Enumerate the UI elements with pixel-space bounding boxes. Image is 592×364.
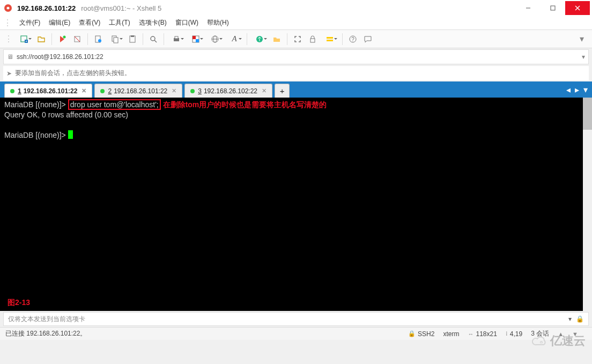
svg-point-9 (63, 35, 66, 38)
size-icon: ↔ (468, 331, 473, 337)
address-protocol-icon: 🖥 (7, 53, 13, 61)
cursor-icon: ⁞ (506, 330, 508, 337)
terminal-annotation: 在删除tom用户的时候也是需要将主机名写清楚的 (163, 100, 327, 109)
toolbar: ⋮ A ? ▾ (0, 30, 592, 48)
menu-edit[interactable]: 编辑(E) (45, 16, 75, 29)
title-bar: 192.168.26.101:22 root@vms001:~ - Xshell… (0, 0, 592, 16)
tab-next-icon[interactable]: ▸ (575, 85, 579, 95)
app-icon (3, 3, 13, 13)
terminal-prompt: MariaDB [(none)]> (4, 100, 66, 109)
print-button[interactable] (167, 32, 186, 46)
tab-label: 192.168.26.102:22 (204, 87, 257, 95)
svg-rect-21 (175, 36, 178, 39)
terminal-command: drop user tom@'localhost'; (68, 99, 161, 110)
paste-button[interactable] (125, 32, 139, 46)
highlight-button[interactable] (321, 32, 339, 46)
status-protocol: 🔒SSH2 (408, 330, 434, 338)
svg-rect-23 (193, 36, 196, 39)
menu-help[interactable]: 帮助(H) (203, 16, 233, 29)
address-url: ssh://root@192.168.26.101:22 (17, 53, 103, 61)
menu-file[interactable]: 文件(F) (15, 16, 45, 29)
watermark: ᰔ 亿速云 (532, 333, 586, 349)
send-placeholder: 仅将文本发送到当前选项卡 (8, 315, 85, 324)
new-session-button[interactable] (15, 32, 33, 46)
terminal-scrollbar[interactable] (583, 98, 592, 311)
tab-status-dot-icon (100, 89, 105, 93)
status-size: ↔118x21 (468, 330, 497, 338)
tab-prev-icon[interactable]: ◂ (566, 85, 571, 95)
window-title-secondary: root@vms001:~ - Xshell 5 (81, 4, 161, 12)
tab-list-icon[interactable]: ▾ (583, 85, 588, 95)
svg-text:ᰔ: ᰔ (539, 339, 544, 345)
toolbar-separator (143, 33, 143, 45)
svg-text:?: ? (351, 36, 354, 42)
svg-line-11 (75, 36, 80, 42)
menu-tabs[interactable]: 选项卡(B) (135, 16, 171, 29)
terminal[interactable]: MariaDB [(none)]> drop user tom@'localho… (0, 98, 592, 311)
menu-window[interactable]: 窗口(W) (171, 16, 203, 29)
new-tab-button[interactable]: + (275, 84, 290, 98)
lock-icon: 🔒 (408, 330, 416, 337)
close-button[interactable] (565, 1, 590, 15)
find-button[interactable] (146, 32, 160, 46)
feedback-icon[interactable] (361, 32, 375, 46)
send-lock-icon[interactable]: 🔒 (576, 315, 584, 323)
hint-text: 要添加当前会话，点击左侧的箭头按钮。 (15, 69, 131, 78)
menu-tools[interactable]: 工具(T) (105, 16, 134, 29)
tab-index: 1 (18, 87, 21, 95)
svg-rect-30 (327, 37, 333, 39)
reconnect-button[interactable] (55, 32, 69, 46)
toolbar-overflow-icon[interactable]: ▾ (575, 32, 589, 46)
send-bar[interactable]: 仅将文本发送到当前选项卡 ▾ 🔒 (3, 312, 589, 326)
xftp-button[interactable] (270, 32, 284, 46)
svg-rect-15 (114, 38, 118, 43)
session-tab-1[interactable]: 1 192.168.26.101:22 ✕ (4, 84, 92, 98)
tab-index: 3 (198, 87, 202, 95)
toolbar-separator (342, 33, 343, 45)
session-tab-3[interactable]: 3 192.168.26.102:22 ✕ (184, 84, 272, 98)
session-tab-2[interactable]: 2 192.168.26.101:22 ✕ (94, 84, 182, 98)
status-bar: 已连接 192.168.26.101:22。 🔒SSH2 xterm ↔118x… (0, 327, 592, 340)
tab-close-icon[interactable]: ✕ (82, 87, 86, 94)
help-icon[interactable]: ? (346, 32, 360, 46)
encoding-button[interactable] (206, 32, 224, 46)
color-scheme-button[interactable] (187, 32, 205, 46)
address-overflow-icon[interactable]: ▾ (582, 53, 585, 61)
window-title-primary: 192.168.26.101:22 (17, 4, 76, 12)
svg-line-19 (154, 40, 157, 42)
tab-nav: ◂ ▸ ▾ (562, 81, 592, 98)
svg-rect-24 (196, 39, 199, 42)
status-connection: 已连接 192.168.26.101:22。 (5, 329, 86, 338)
terminal-cursor (68, 130, 73, 139)
tab-close-icon[interactable]: ✕ (172, 87, 176, 94)
tab-status-dot-icon (10, 89, 14, 93)
hint-arrow-icon[interactable]: ➤ (6, 70, 12, 77)
tab-label: 192.168.26.101:22 (114, 87, 167, 95)
status-cursor: ⁞4,19 (506, 330, 522, 338)
toolbar-separator (87, 33, 88, 45)
address-bar[interactable]: 🖥 ssh://root@192.168.26.101:22 ▾ (3, 49, 589, 64)
tab-index: 2 (108, 87, 112, 95)
open-session-button[interactable] (34, 32, 48, 46)
svg-rect-2 (551, 6, 555, 10)
font-button[interactable]: A (225, 32, 243, 46)
copy-button[interactable] (106, 32, 124, 46)
scrollbar-thumb[interactable] (583, 98, 592, 130)
transfer-button[interactable] (250, 32, 269, 46)
lock-button[interactable] (306, 32, 320, 46)
svg-rect-29 (310, 39, 315, 42)
send-target-dropdown-icon[interactable]: ▾ (568, 315, 572, 323)
status-term: xterm (443, 330, 459, 338)
tab-close-icon[interactable]: ✕ (262, 87, 267, 94)
menu-view[interactable]: 查看(V) (75, 16, 105, 29)
menu-grip: ⋮ (3, 18, 12, 28)
maximize-button[interactable] (541, 1, 565, 15)
toolbar-grip: ⋮ (4, 34, 13, 44)
figure-label: 图2-13 (8, 298, 30, 308)
disconnect-button[interactable] (70, 32, 84, 46)
properties-button[interactable] (91, 32, 105, 46)
minimize-button[interactable] (516, 1, 541, 15)
toolbar-separator (287, 33, 287, 45)
tab-label: 192.168.26.101:22 (24, 87, 78, 95)
fullscreen-button[interactable] (291, 32, 305, 46)
